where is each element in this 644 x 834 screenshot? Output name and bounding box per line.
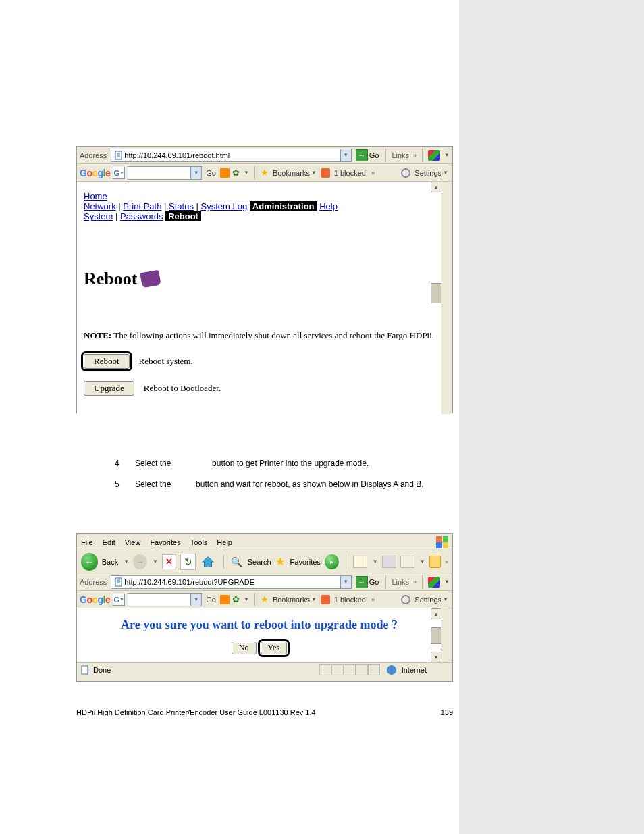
media-button-icon[interactable]: ▸	[325, 554, 339, 569]
page-number: 139	[441, 708, 453, 716]
separator	[254, 593, 255, 606]
mail-button-icon[interactable]	[353, 556, 367, 568]
google-rss-icon[interactable]	[220, 168, 230, 178]
svg-rect-2	[82, 666, 88, 674]
confirm-question: Are you sure you want to reboot into upg…	[77, 608, 441, 632]
menu-help[interactable]: Help	[217, 538, 232, 546]
yes-button[interactable]: Yes	[261, 642, 287, 654]
menu-file[interactable]: FFileile	[81, 538, 93, 546]
chevron-right-icon[interactable]: »	[413, 152, 417, 159]
google-rss-icon[interactable]	[220, 595, 230, 604]
google-go-button[interactable]: Go	[205, 167, 217, 179]
go-button[interactable]: → Go	[354, 149, 381, 162]
chevron-down-icon[interactable]: ▼	[244, 596, 249, 602]
nav-home[interactable]: Home	[84, 191, 107, 201]
search-icon[interactable]: 🔍	[231, 556, 242, 567]
separator	[422, 575, 423, 589]
chevron-right-icon[interactable]: »	[371, 596, 375, 603]
star-icon[interactable]: ★	[261, 167, 269, 178]
menu-tools[interactable]: Tools	[190, 538, 208, 546]
upgrade-button[interactable]: Upgrade	[84, 381, 134, 396]
chevron-down-icon[interactable]: ▼	[124, 558, 129, 565]
bookmarks-button[interactable]: Bookmarks▼	[271, 167, 318, 179]
menu-favorites[interactable]: Favorites	[150, 538, 180, 546]
chevron-down-icon[interactable]: ▼	[373, 558, 378, 565]
chevron-down-icon[interactable]: ▼	[153, 558, 158, 565]
google-search-input[interactable]: ▼	[128, 166, 202, 180]
google-search-input[interactable]: ▼	[128, 593, 202, 606]
nav-system-log[interactable]: System Log	[201, 201, 248, 211]
google-menu-button[interactable]: G▼	[113, 594, 125, 606]
scroll-up-button[interactable]: ▲	[431, 182, 441, 192]
separator	[385, 149, 386, 162]
back-button-icon[interactable]: ←	[81, 553, 98, 571]
search-label[interactable]: Search	[248, 558, 271, 566]
language-flag-icon[interactable]	[428, 150, 440, 161]
scroll-down-button[interactable]: ▼	[431, 652, 441, 662]
google-menu-button[interactable]: G▼	[113, 167, 125, 179]
settings-button[interactable]: Settings▼	[413, 594, 450, 606]
address-input[interactable]: ▼	[111, 149, 351, 162]
go-button[interactable]: → Go	[354, 575, 381, 589]
nav-passwords[interactable]: Passwords	[120, 211, 163, 221]
nav-help[interactable]: Help	[319, 201, 338, 211]
stop-button-icon[interactable]: ✕	[162, 554, 176, 569]
url-field[interactable]	[124, 151, 340, 159]
address-dropdown-icon[interactable]: ▼	[340, 149, 351, 161]
refresh-button-icon[interactable]: ↻	[180, 554, 196, 570]
messenger-button-icon[interactable]	[429, 556, 441, 568]
google-tool-icon[interactable]: ✿	[232, 594, 240, 604]
blocked-count[interactable]: 1 blocked	[333, 594, 367, 606]
blocked-count[interactable]: 1 blocked	[333, 167, 367, 179]
chevron-down-icon[interactable]: ▼	[190, 594, 201, 606]
nav-administration-active[interactable]: Administration	[250, 201, 317, 211]
nav-reboot-active[interactable]: Reboot	[165, 211, 201, 221]
nav-system[interactable]: System	[84, 211, 113, 221]
chevron-down-icon[interactable]: ▼	[190, 167, 201, 179]
print-button-icon[interactable]	[382, 556, 396, 568]
no-button[interactable]: No	[232, 642, 257, 654]
instruction-steps: 4 Select the button to get Printer into …	[115, 458, 452, 500]
chevron-down-icon[interactable]: ▼	[444, 579, 450, 585]
step-text: Select the button and wait for reboot, a…	[135, 479, 452, 490]
popup-blocker-icon[interactable]	[321, 595, 330, 604]
edit-button-icon[interactable]	[400, 556, 414, 568]
footer-left: HDPii High Definition Card Printer/Encod…	[76, 708, 316, 716]
chevron-right-icon[interactable]: »	[445, 558, 448, 565]
forward-button-icon[interactable]: →	[133, 554, 147, 569]
nav-status[interactable]: Status	[169, 201, 194, 211]
favorites-star-icon[interactable]: ★	[275, 555, 285, 568]
home-button-icon[interactable]	[200, 553, 217, 571]
nav-network[interactable]: Network	[84, 201, 116, 211]
chevron-down-icon[interactable]: ▼	[420, 558, 425, 565]
back-label[interactable]: Back	[102, 558, 118, 566]
scroll-thumb[interactable]	[431, 627, 441, 644]
chevron-down-icon[interactable]: ▼	[244, 170, 249, 176]
star-icon[interactable]: ★	[261, 594, 269, 604]
chevron-right-icon[interactable]: »	[413, 579, 417, 585]
language-flag-icon[interactable]	[428, 577, 440, 588]
menu-view[interactable]: View	[125, 538, 141, 546]
step-number: 4	[115, 458, 135, 469]
step-4: 4 Select the button to get Printer into …	[115, 458, 452, 469]
address-dropdown-icon[interactable]: ▼	[340, 576, 351, 588]
nav-print-path[interactable]: Print Path	[123, 201, 161, 211]
url-field[interactable]	[124, 578, 340, 586]
settings-button[interactable]: Settings▼	[413, 167, 450, 179]
scroll-up-button[interactable]: ▲	[431, 608, 441, 619]
book-icon	[140, 270, 161, 288]
menu-edit[interactable]: Edit	[103, 538, 115, 546]
address-input[interactable]: ▼	[111, 575, 351, 589]
chevron-right-icon[interactable]: »	[371, 170, 375, 176]
svg-rect-1	[115, 578, 122, 586]
google-tool-icon[interactable]: ✿	[232, 167, 240, 178]
links-label[interactable]: Links	[392, 578, 409, 586]
links-label[interactable]: Links	[392, 151, 409, 159]
bookmarks-button[interactable]: Bookmarks▼	[271, 594, 318, 606]
chevron-down-icon[interactable]: ▼	[444, 152, 450, 158]
reboot-button[interactable]: Reboot	[84, 354, 130, 369]
scroll-thumb[interactable]	[431, 283, 441, 303]
google-go-button[interactable]: Go	[205, 594, 217, 606]
favorites-label[interactable]: Favorites	[290, 558, 321, 566]
popup-blocker-icon[interactable]	[321, 168, 330, 178]
